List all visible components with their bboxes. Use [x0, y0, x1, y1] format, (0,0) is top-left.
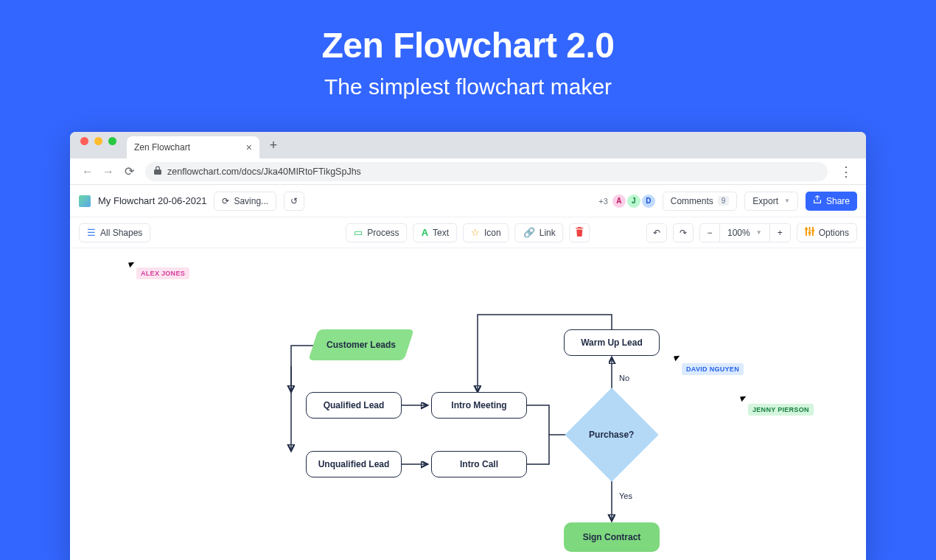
- minimize-window-icon[interactable]: [94, 137, 102, 145]
- new-tab-button[interactable]: +: [264, 136, 283, 155]
- cursor-tag-alex: ALEX JONES: [136, 267, 189, 279]
- chevron-down-icon: ▼: [784, 197, 790, 204]
- saving-status: ⟳ Saving...: [214, 192, 276, 211]
- node-label: Customer Leads: [326, 340, 396, 350]
- edge-label-no: No: [619, 374, 629, 382]
- undo-button[interactable]: ↶: [646, 223, 667, 242]
- cursor-tag-david: DAVID NGUYEN: [682, 363, 744, 375]
- hero-title: Zen Flowchart 2.0: [0, 25, 936, 66]
- reload-button[interactable]: ⟳: [119, 161, 139, 182]
- comments-count: 9: [718, 196, 730, 206]
- star-icon: ☆: [471, 227, 480, 238]
- trash-icon: [576, 227, 584, 239]
- edge-label-yes: Yes: [619, 491, 632, 500]
- icon-tool[interactable]: ☆ Icon: [463, 223, 509, 242]
- close-tab-icon[interactable]: ×: [246, 141, 252, 153]
- document-title[interactable]: My Flowchart 20-06-2021: [98, 195, 206, 206]
- link-icon: 🔗: [523, 227, 535, 238]
- zoom-controls: − 100% ▼ +: [699, 223, 791, 242]
- icon-label: Icon: [484, 228, 501, 238]
- text-tool[interactable]: A Text: [413, 223, 457, 242]
- export-label: Export: [752, 196, 778, 206]
- node-intro-call[interactable]: Intro Call: [431, 451, 527, 477]
- flowchart-canvas[interactable]: Customer Leads Qualified Lead Unqualifie…: [70, 248, 866, 560]
- app-logo-icon[interactable]: [79, 195, 91, 207]
- share-label: Share: [826, 196, 850, 206]
- node-label: Purchase?: [589, 430, 634, 440]
- process-icon: ▭: [354, 227, 363, 238]
- maximize-window-icon[interactable]: [108, 137, 116, 145]
- node-customer-leads[interactable]: Customer Leads: [308, 329, 414, 360]
- svg-rect-3: [805, 228, 808, 230]
- zoom-out-button[interactable]: −: [699, 223, 720, 242]
- shapes-label: All Shapes: [100, 228, 142, 238]
- tab-title: Zen Flowchart: [134, 142, 190, 153]
- zoom-level[interactable]: 100% ▼: [720, 223, 770, 242]
- node-label: Unqualified Lead: [318, 459, 390, 469]
- window-controls[interactable]: [70, 137, 127, 154]
- zoom-value: 100%: [727, 228, 750, 238]
- undo-icon: ↶: [653, 228, 660, 238]
- close-window-icon[interactable]: [80, 137, 88, 145]
- forward-button[interactable]: →: [98, 161, 119, 182]
- node-label: Qualified Lead: [324, 400, 385, 410]
- app-header: My Flowchart 20-06-2021 ⟳ Saving... ↺ +3…: [70, 185, 866, 217]
- export-button[interactable]: Export ▼: [744, 192, 798, 211]
- node-unqualified-lead[interactable]: Unqualified Lead: [306, 451, 402, 477]
- node-label: Intro Meeting: [451, 400, 506, 410]
- collaborator-avatars[interactable]: +3 A J D: [598, 195, 655, 208]
- link-tool[interactable]: 🔗 Link: [515, 223, 564, 242]
- lock-icon: [154, 166, 161, 177]
- comments-button[interactable]: Comments 9: [663, 192, 738, 211]
- svg-rect-4: [808, 232, 811, 234]
- history-button[interactable]: ↺: [284, 192, 304, 211]
- browser-menu-icon[interactable]: ⋮: [834, 164, 859, 180]
- shapes-dropdown[interactable]: ☰ All Shapes: [79, 223, 150, 242]
- redo-icon: ↷: [680, 228, 687, 238]
- list-icon: ☰: [87, 227, 96, 238]
- zoom-in-button[interactable]: +: [770, 223, 791, 242]
- hero-subtitle: The simplest flowchart maker: [0, 74, 936, 99]
- chevron-down-icon: ▼: [756, 229, 762, 236]
- share-icon: [813, 195, 822, 206]
- node-qualified-lead[interactable]: Qualified Lead: [306, 392, 402, 419]
- browser-tab-strip: Zen Flowchart × +: [70, 132, 866, 158]
- node-label: Intro Call: [460, 459, 498, 469]
- avatar-d: D: [642, 195, 655, 208]
- process-label: Process: [367, 228, 399, 238]
- svg-rect-5: [811, 230, 814, 231]
- delete-tool[interactable]: [570, 223, 590, 242]
- text-icon: A: [422, 227, 428, 238]
- browser-tab[interactable]: Zen Flowchart ×: [127, 136, 259, 158]
- refresh-icon: ⟳: [222, 196, 229, 206]
- address-bar: ← → ⟳ zenflowchart.com/docs/Jka40MIRtoFT…: [70, 158, 866, 185]
- editor-toolbar: ☰ All Shapes ▭ Process A Text ☆ Icon 🔗 L…: [70, 217, 866, 248]
- back-button[interactable]: ←: [77, 161, 98, 182]
- node-sign-contract[interactable]: Sign Contract: [564, 522, 660, 552]
- text-label: Text: [433, 228, 449, 238]
- browser-window: Zen Flowchart × + ← → ⟳ zenflowchart.com…: [70, 132, 866, 560]
- svg-rect-0: [806, 227, 807, 236]
- comments-label: Comments: [671, 196, 713, 206]
- history-icon: ↺: [290, 196, 298, 206]
- node-warm-up-lead[interactable]: Warm Up Lead: [564, 329, 660, 356]
- redo-button[interactable]: ↷: [673, 223, 694, 242]
- avatar-a: A: [612, 195, 626, 208]
- cursor-tag-jenny: JENNY PIERSON: [748, 404, 814, 416]
- options-label: Options: [819, 228, 849, 238]
- url-text: zenflowchart.com/docs/Jka40MIRtoFTikgSpJ…: [167, 167, 361, 177]
- avatar-j: J: [627, 195, 640, 208]
- node-intro-meeting[interactable]: Intro Meeting: [431, 392, 527, 419]
- node-purchase oreo-decision[interactable]: Purchase?: [565, 388, 658, 481]
- node-label: Sign Contract: [583, 532, 641, 542]
- url-input[interactable]: zenflowchart.com/docs/Jka40MIRtoFTikgSpJ…: [145, 162, 828, 181]
- node-label: Warm Up Lead: [581, 337, 643, 348]
- process-tool[interactable]: ▭ Process: [346, 223, 407, 242]
- svg-rect-1: [808, 227, 810, 236]
- saving-label: Saving...: [234, 196, 268, 206]
- sliders-icon: [805, 227, 814, 238]
- link-label: Link: [539, 228, 556, 238]
- avatar-overflow: +3: [598, 197, 608, 206]
- options-button[interactable]: Options: [797, 223, 857, 242]
- share-button[interactable]: Share: [806, 192, 857, 211]
